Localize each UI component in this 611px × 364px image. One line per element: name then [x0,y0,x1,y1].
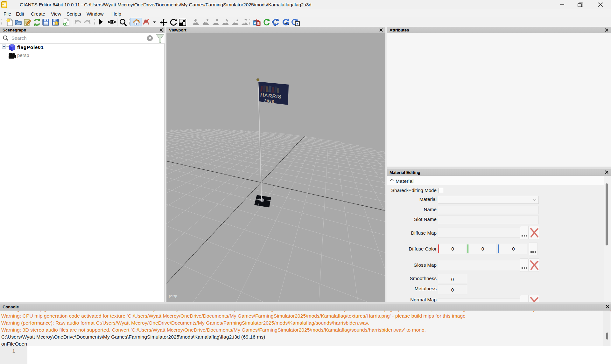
svg-text:2028: 2028 [264,98,274,104]
svg-text:B: B [257,22,260,25]
svg-text:A: A [254,21,256,25]
svg-text:persp: persp [169,294,177,298]
